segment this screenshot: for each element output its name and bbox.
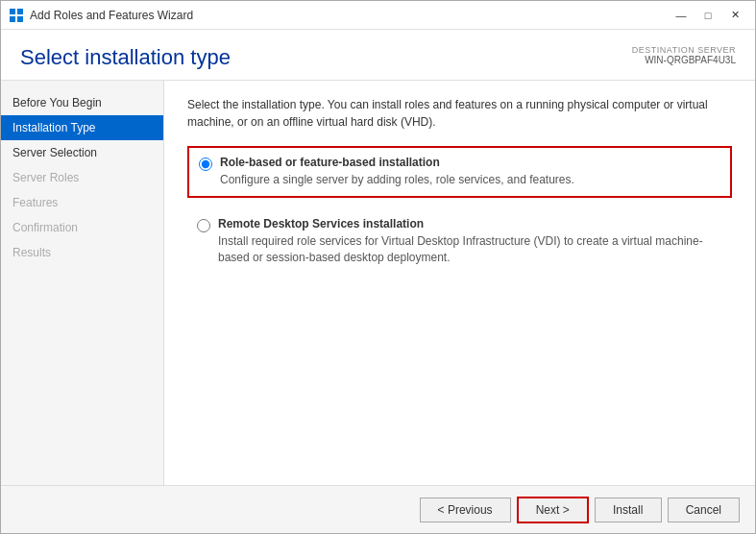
radio-wrapper-role-based	[199, 158, 212, 174]
main-body: Before You Begin Installation Type Serve…	[1, 81, 755, 485]
sidebar-item-installation-type[interactable]: Installation Type	[1, 115, 163, 140]
sidebar-item-server-selection[interactable]: Server Selection	[1, 140, 163, 165]
footer: < Previous Next > Install Cancel	[1, 485, 755, 533]
content-panel: Select the installation type. You can in…	[164, 81, 755, 485]
option-remote-desktop-label: Remote Desktop Services installation	[218, 217, 722, 231]
previous-button[interactable]: < Previous	[420, 498, 511, 522]
sidebar-item-results: Results	[1, 240, 163, 265]
title-bar: Add Roles and Features Wizard — □ ✕	[1, 1, 755, 30]
option-remote-desktop-desc: Install required role services for Virtu…	[218, 233, 722, 266]
minimize-button[interactable]: —	[669, 5, 694, 26]
sidebar: Before You Begin Installation Type Serve…	[1, 81, 164, 485]
destination-label: DESTINATION SERVER	[632, 45, 736, 55]
svg-rect-1	[17, 9, 23, 14]
option-remote-desktop-content: Remote Desktop Services installation Ins…	[218, 217, 722, 266]
svg-rect-0	[10, 9, 15, 14]
maximize-button[interactable]: □	[695, 5, 720, 26]
window-title: Add Roles and Features Wizard	[30, 9, 669, 22]
content-area: Select installation type DESTINATION SER…	[1, 30, 755, 485]
install-button[interactable]: Install	[595, 498, 662, 522]
option-role-based[interactable]: Role-based or feature-based installation…	[187, 146, 732, 198]
svg-rect-2	[10, 16, 15, 22]
option-role-based-label: Role-based or feature-based installation	[220, 156, 574, 169]
cancel-button[interactable]: Cancel	[668, 498, 740, 522]
sidebar-item-server-roles: Server Roles	[1, 165, 163, 190]
window-controls: — □ ✕	[669, 5, 747, 26]
destination-server-name: WIN-QRGBPAF4U3L	[632, 55, 736, 65]
option-role-based-desc: Configure a single server by adding role…	[220, 172, 574, 188]
sidebar-item-before-you-begin[interactable]: Before You Begin	[1, 90, 163, 115]
sidebar-item-confirmation: Confirmation	[1, 215, 163, 240]
installation-options: Role-based or feature-based installation…	[187, 146, 732, 273]
next-button[interactable]: Next >	[517, 497, 589, 523]
option-role-based-content: Role-based or feature-based installation…	[220, 156, 574, 188]
header-section: Select installation type DESTINATION SER…	[1, 30, 755, 81]
svg-rect-3	[17, 16, 23, 22]
radio-role-based[interactable]	[199, 158, 212, 171]
close-button[interactable]: ✕	[722, 5, 747, 26]
radio-wrapper-remote-desktop	[197, 219, 210, 235]
destination-server-info: DESTINATION SERVER WIN-QRGBPAF4U3L	[632, 45, 736, 65]
sidebar-item-features: Features	[1, 190, 163, 215]
option-remote-desktop[interactable]: Remote Desktop Services installation Ins…	[187, 209, 732, 274]
app-icon	[9, 8, 24, 23]
radio-remote-desktop[interactable]	[197, 219, 210, 232]
content-description: Select the installation type. You can in…	[187, 96, 732, 131]
page-title: Select installation type	[20, 45, 231, 70]
wizard-window: Add Roles and Features Wizard — □ ✕ Sele…	[0, 0, 756, 534]
